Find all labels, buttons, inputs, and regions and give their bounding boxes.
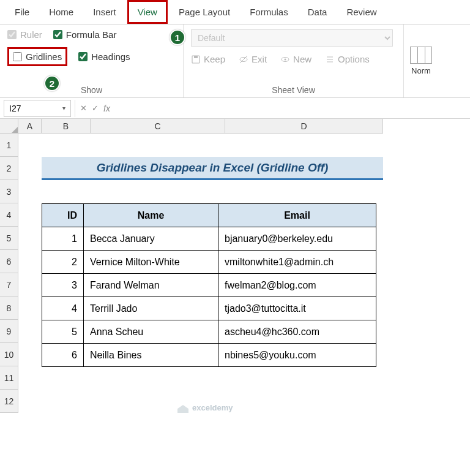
formula-input[interactable] (115, 100, 470, 117)
watermark-name: exceldemy (192, 403, 233, 412)
title-cell[interactable]: Gridlines Disappear in Excel (Gridline O… (42, 157, 383, 180)
label-exit: Exit (252, 54, 267, 64)
fx-icon[interactable]: fx (103, 104, 110, 113)
label-normal: Norm (411, 66, 431, 75)
chevron-down-icon[interactable]: ▾ (62, 105, 65, 111)
button-options: Options (325, 54, 370, 64)
svg-marker-9 (12, 127, 18, 133)
cell-name[interactable]: Neilla Bines (84, 344, 218, 367)
cell-email[interactable]: tjado3@tuttocitta.it (218, 297, 376, 320)
group-show: Ruler Formula Bar Gridlines Headings Sho… (0, 25, 184, 97)
cell-id[interactable]: 4 (42, 297, 84, 320)
col-header-d[interactable]: D (225, 119, 383, 134)
annotation-1: 1 (170, 29, 185, 45)
button-exit: Exit (239, 54, 267, 64)
row-header-10[interactable]: 10 (0, 343, 18, 366)
check-icon[interactable]: ✓ (92, 104, 99, 113)
name-box[interactable]: I27 ▾ (4, 100, 71, 117)
cell-id[interactable]: 2 (42, 251, 84, 274)
label-formula-bar: Formula Bar (66, 29, 117, 40)
tab-insert[interactable]: Insert (84, 2, 125, 22)
sheet-body[interactable]: Gridlines Disappear in Excel (Gridline O… (18, 134, 470, 413)
cell-name[interactable]: Anna Scheu (84, 320, 218, 344)
group-label-sheet-view: Sheet View (191, 81, 396, 95)
cell-email[interactable]: ascheu4@hc360.com (218, 320, 376, 344)
group-sheet-view: Default Keep Exit (184, 25, 404, 97)
ribbon: 1 2 Ruler Formula Bar Gridlines (0, 25, 470, 98)
cancel-icon[interactable]: ✕ (80, 104, 87, 113)
row-header-5[interactable]: 5 (0, 227, 18, 250)
normal-view-icon[interactable] (410, 47, 432, 64)
header-name[interactable]: Name (84, 204, 218, 227)
row-header-11[interactable]: 11 (0, 366, 18, 390)
svg-rect-1 (194, 56, 198, 58)
row-header-9[interactable]: 9 (0, 320, 18, 343)
tab-home[interactable]: Home (40, 2, 82, 22)
table-row[interactable]: 1Becca Januarybjanuary0@berkeley.edu (42, 227, 376, 251)
col-header-b[interactable]: B (42, 119, 91, 134)
tab-formulas[interactable]: Formulas (241, 2, 297, 22)
row-header-6[interactable]: 6 (0, 250, 18, 273)
row-header-2[interactable]: 2 (0, 157, 18, 180)
eye-icon (280, 55, 290, 64)
label-ruler: Ruler (20, 29, 42, 40)
name-box-value: I27 (9, 104, 21, 113)
row-header-3[interactable]: 3 (0, 180, 18, 203)
checkbox-formula-bar[interactable]: Formula Bar (53, 29, 117, 40)
table-row[interactable]: 5Anna Scheuascheu4@hc360.com (42, 320, 376, 344)
tab-review[interactable]: Review (338, 2, 385, 22)
table-row[interactable]: 2Vernice Milton-Whitevmiltonwhite1@admin… (42, 251, 376, 274)
svg-line-3 (240, 56, 247, 63)
row-headers: 1 2 3 4 5 6 7 8 9 10 11 12 (0, 134, 18, 413)
tab-file[interactable]: File (6, 2, 38, 22)
tab-view[interactable]: View (127, 0, 168, 24)
label-options: Options (338, 54, 370, 64)
list-icon (325, 55, 335, 64)
cell-email[interactable]: vmiltonwhite1@admin.ch (218, 251, 376, 274)
label-gridlines: Gridlines (26, 51, 62, 62)
sheet-area: 1 2 3 4 5 6 7 8 9 10 11 12 Gridlines Dis… (0, 134, 470, 413)
cell-id[interactable]: 1 (42, 227, 84, 251)
column-header-row: A B C D (0, 119, 470, 134)
ribbon-tabs: File Home Insert View Page Layout Formul… (0, 0, 470, 25)
cell-id[interactable]: 3 (42, 274, 84, 297)
table-row[interactable]: 6Neilla Binesnbines5@youku.com (42, 344, 376, 367)
header-id[interactable]: ID (42, 204, 84, 227)
cell-id[interactable]: 5 (42, 320, 84, 344)
label-headings: Headings (91, 51, 130, 62)
label-new: New (293, 54, 311, 64)
row-header-1[interactable]: 1 (0, 134, 18, 157)
select-all-corner[interactable] (0, 119, 18, 134)
col-header-a[interactable]: A (18, 119, 42, 134)
cell-email[interactable]: bjanuary0@berkeley.edu (218, 227, 376, 251)
button-new: New (280, 54, 311, 64)
tab-page-layout[interactable]: Page Layout (170, 2, 239, 22)
watermark: exceldemy EXCEL · DATA · BI (177, 403, 248, 413)
tab-data[interactable]: Data (299, 2, 336, 22)
checkbox-gridlines[interactable]: Gridlines (7, 47, 67, 66)
cell-name[interactable]: Becca January (84, 227, 218, 251)
annotation-2: 2 (44, 75, 60, 91)
cell-email[interactable]: fwelman2@blog.com (218, 274, 376, 297)
header-email[interactable]: Email (218, 204, 376, 227)
table-row[interactable]: 4Terrill Jadotjado3@tuttocitta.it (42, 297, 376, 320)
row-header-12[interactable]: 12 (0, 390, 18, 413)
checkbox-headings[interactable]: Headings (78, 51, 130, 62)
sheet-view-select[interactable]: Default (191, 29, 393, 47)
row-header-8[interactable]: 8 (0, 297, 18, 320)
table-row[interactable]: 3Farand Welmanfwelman2@blog.com (42, 274, 376, 297)
cell-email[interactable]: nbines5@youku.com (218, 344, 376, 367)
cell-name[interactable]: Vernice Milton-White (84, 251, 218, 274)
cell-name[interactable]: Farand Welman (84, 274, 218, 297)
col-header-c[interactable]: C (91, 119, 225, 134)
data-table: ID Name Email 1Becca Januarybjanuary0@be… (42, 203, 376, 367)
row-header-4[interactable]: 4 (0, 203, 18, 227)
group-label-show: Show (7, 81, 176, 95)
label-keep: Keep (204, 54, 225, 64)
eye-slash-icon (239, 55, 248, 64)
cell-id[interactable]: 6 (42, 344, 84, 367)
row-header-7[interactable]: 7 (0, 273, 18, 297)
cell-name[interactable]: Terrill Jado (84, 297, 218, 320)
save-icon (191, 55, 201, 64)
svg-point-5 (285, 58, 286, 60)
